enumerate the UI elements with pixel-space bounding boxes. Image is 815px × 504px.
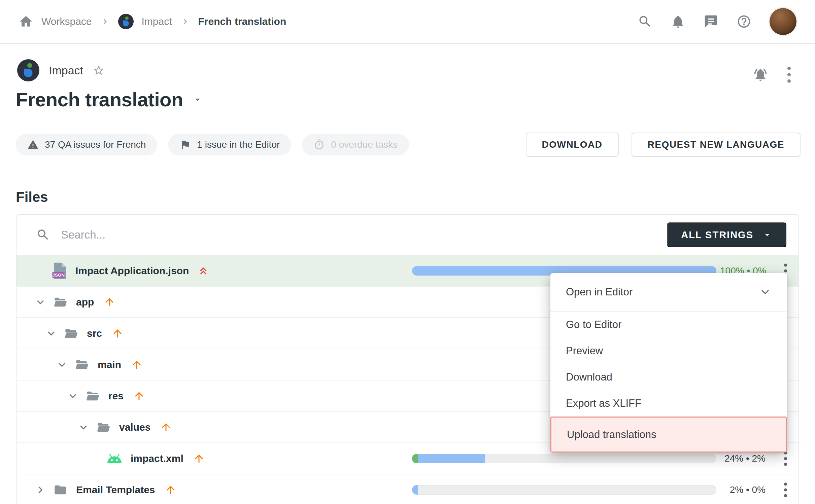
timer-icon <box>313 139 325 150</box>
json-file-icon: JSON <box>52 262 67 280</box>
folder-name: main <box>98 359 121 370</box>
qa-issues-badge[interactable]: 37 QA issues for French <box>16 134 157 155</box>
menu-item-download[interactable]: Download <box>550 364 787 390</box>
header-buttons: DOWNLOAD REQUEST NEW LANGUAGE <box>526 133 801 157</box>
notifications-icon[interactable] <box>671 14 685 29</box>
progress-bar <box>412 454 716 463</box>
warning-icon <box>27 139 39 150</box>
user-avatar[interactable] <box>770 8 796 35</box>
folder-open-icon <box>85 389 100 403</box>
row-menu-button[interactable] <box>778 451 793 466</box>
svg-text:JSON: JSON <box>52 272 65 277</box>
breadcrumb-current: French translation <box>198 16 286 27</box>
menu-item-upload-translations[interactable]: Upload translations <box>550 417 787 453</box>
badge-label: 37 QA issues for French <box>45 139 146 150</box>
project-header: Impact <box>17 59 105 81</box>
upload-arrow-icon[interactable] <box>111 327 124 339</box>
top-nav: Workspace Impact French translation <box>0 0 815 44</box>
folder-open-icon <box>53 295 68 309</box>
folder-name: res <box>108 390 124 402</box>
all-strings-filter-button[interactable]: ALL STRINGS <box>667 222 786 247</box>
progress-bar <box>412 485 716 495</box>
notifications-active-icon[interactable] <box>753 67 768 82</box>
chevron-down-icon[interactable] <box>77 421 90 434</box>
badge-label: 0 overdue tasks <box>331 139 398 150</box>
upload-arrow-icon[interactable] <box>165 484 177 496</box>
chevron-down-icon[interactable] <box>192 94 203 105</box>
menu-header-label: Open in Editor <box>566 286 633 298</box>
help-icon[interactable] <box>737 14 751 29</box>
status-badges: 37 QA issues for French 1 issue in the E… <box>16 134 409 155</box>
overdue-tasks-badge: 0 overdue tasks <box>302 134 409 155</box>
folder-name: src <box>87 328 102 339</box>
upload-arrow-icon[interactable] <box>103 296 115 308</box>
project-actions <box>753 67 791 83</box>
search-icon[interactable] <box>638 14 652 29</box>
breadcrumb-project[interactable]: Impact <box>142 16 172 27</box>
editor-issues-badge[interactable]: 1 issue in the Editor <box>168 134 291 155</box>
upload-arrow-icon[interactable] <box>133 390 145 402</box>
files-heading: Files <box>16 189 48 205</box>
file-name: Impact Application.json <box>75 265 189 277</box>
row-menu-button[interactable] <box>778 482 793 497</box>
breadcrumb-workspace[interactable]: Workspace <box>41 16 92 27</box>
files-toolbar: ALL STRINGS <box>16 215 799 255</box>
folder-name: app <box>76 296 94 308</box>
page-title: French translation <box>16 88 183 111</box>
folder-open-icon <box>63 327 79 340</box>
upload-arrow-icon[interactable] <box>131 359 143 371</box>
file-name: impact.xml <box>131 453 183 464</box>
page: Workspace Impact French translation Im <box>0 0 815 504</box>
project-menu-button[interactable] <box>787 67 791 83</box>
nav-actions <box>638 8 796 35</box>
language-title-row: French translation <box>16 88 203 111</box>
upload-arrow-icon[interactable] <box>160 421 172 433</box>
request-new-language-button[interactable]: REQUEST NEW LANGUAGE <box>632 133 801 157</box>
menu-item-open-in-editor[interactable]: Open in Editor <box>550 273 787 311</box>
menu-item-export-as-xliff[interactable]: Export as XLIFF <box>550 390 787 417</box>
folder-open-icon <box>74 358 90 371</box>
search-icon <box>36 228 50 242</box>
folder-open-icon <box>96 421 111 434</box>
badge-label: 1 issue in the Editor <box>197 139 280 150</box>
download-button[interactable]: DOWNLOAD <box>526 133 619 157</box>
chevron-right-icon[interactable] <box>34 483 47 497</box>
chat-icon[interactable] <box>704 14 718 29</box>
folder-row-email-templates[interactable]: Email Templates 2% • 0% <box>16 474 799 504</box>
breadcrumb: Workspace Impact French translation <box>19 14 286 29</box>
project-logo[interactable] <box>118 14 134 29</box>
chevron-down-icon[interactable] <box>66 389 79 403</box>
folder-icon <box>53 483 68 497</box>
priority-double-chevron-up-icon <box>197 264 210 277</box>
chevron-down-icon[interactable] <box>55 358 69 371</box>
filter-label: ALL STRINGS <box>681 229 753 241</box>
folder-name: values <box>119 422 150 433</box>
chevron-down-icon <box>759 286 771 298</box>
folder-name: Email Templates <box>76 484 155 496</box>
star-icon[interactable] <box>93 64 105 76</box>
context-menu: Open in Editor Go to Editor Preview Down… <box>550 273 787 453</box>
chevron-down-icon[interactable] <box>44 327 58 340</box>
chevron-right-icon <box>180 16 190 27</box>
upload-arrow-icon[interactable] <box>193 453 205 465</box>
project-logo <box>17 59 39 81</box>
menu-item-go-to-editor[interactable]: Go to Editor <box>550 312 787 338</box>
caret-down-icon <box>762 230 772 240</box>
flag-icon <box>179 139 191 150</box>
project-name: Impact <box>49 64 83 77</box>
home-icon[interactable] <box>19 14 33 29</box>
progress-percent: 2% • 0% <box>720 484 766 495</box>
chevron-right-icon <box>100 16 110 27</box>
android-file-icon <box>106 454 123 464</box>
chevron-down-icon[interactable] <box>34 295 47 309</box>
search-input[interactable] <box>61 228 656 241</box>
progress-percent: 24% • 2% <box>720 453 766 464</box>
menu-item-preview[interactable]: Preview <box>550 338 787 364</box>
